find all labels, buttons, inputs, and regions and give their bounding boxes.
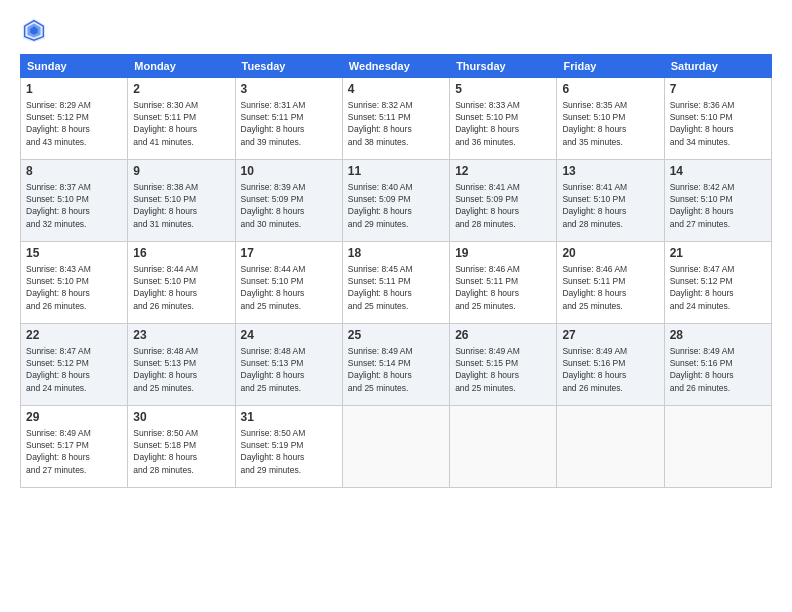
- calendar-week: 15Sunrise: 8:43 AM Sunset: 5:10 PM Dayli…: [21, 242, 772, 324]
- calendar-cell: 21Sunrise: 8:47 AM Sunset: 5:12 PM Dayli…: [664, 242, 771, 324]
- calendar-cell: 9Sunrise: 8:38 AM Sunset: 5:10 PM Daylig…: [128, 160, 235, 242]
- day-number: 5: [455, 81, 551, 98]
- day-number: 22: [26, 327, 122, 344]
- day-number: 10: [241, 163, 337, 180]
- calendar-cell: 4Sunrise: 8:32 AM Sunset: 5:11 PM Daylig…: [342, 78, 449, 160]
- day-number: 2: [133, 81, 229, 98]
- weekday-header: Tuesday: [235, 55, 342, 78]
- calendar-cell: 11Sunrise: 8:40 AM Sunset: 5:09 PM Dayli…: [342, 160, 449, 242]
- calendar-week: 29Sunrise: 8:49 AM Sunset: 5:17 PM Dayli…: [21, 406, 772, 488]
- calendar-cell: 10Sunrise: 8:39 AM Sunset: 5:09 PM Dayli…: [235, 160, 342, 242]
- day-info: Sunrise: 8:43 AM Sunset: 5:10 PM Dayligh…: [26, 263, 122, 312]
- day-info: Sunrise: 8:48 AM Sunset: 5:13 PM Dayligh…: [241, 345, 337, 394]
- logo-icon: [20, 16, 48, 44]
- weekday-header: Saturday: [664, 55, 771, 78]
- weekday-header: Thursday: [450, 55, 557, 78]
- day-number: 6: [562, 81, 658, 98]
- day-info: Sunrise: 8:41 AM Sunset: 5:10 PM Dayligh…: [562, 181, 658, 230]
- day-number: 17: [241, 245, 337, 262]
- calendar-cell: 18Sunrise: 8:45 AM Sunset: 5:11 PM Dayli…: [342, 242, 449, 324]
- calendar-cell: 25Sunrise: 8:49 AM Sunset: 5:14 PM Dayli…: [342, 324, 449, 406]
- day-info: Sunrise: 8:48 AM Sunset: 5:13 PM Dayligh…: [133, 345, 229, 394]
- calendar-week: 22Sunrise: 8:47 AM Sunset: 5:12 PM Dayli…: [21, 324, 772, 406]
- day-number: 26: [455, 327, 551, 344]
- calendar-cell: 16Sunrise: 8:44 AM Sunset: 5:10 PM Dayli…: [128, 242, 235, 324]
- day-info: Sunrise: 8:44 AM Sunset: 5:10 PM Dayligh…: [133, 263, 229, 312]
- calendar-cell: 23Sunrise: 8:48 AM Sunset: 5:13 PM Dayli…: [128, 324, 235, 406]
- day-info: Sunrise: 8:45 AM Sunset: 5:11 PM Dayligh…: [348, 263, 444, 312]
- calendar-cell: [557, 406, 664, 488]
- day-number: 7: [670, 81, 766, 98]
- day-info: Sunrise: 8:49 AM Sunset: 5:15 PM Dayligh…: [455, 345, 551, 394]
- calendar-cell: 26Sunrise: 8:49 AM Sunset: 5:15 PM Dayli…: [450, 324, 557, 406]
- weekday-header: Monday: [128, 55, 235, 78]
- calendar-cell: [664, 406, 771, 488]
- day-number: 11: [348, 163, 444, 180]
- day-info: Sunrise: 8:42 AM Sunset: 5:10 PM Dayligh…: [670, 181, 766, 230]
- day-info: Sunrise: 8:37 AM Sunset: 5:10 PM Dayligh…: [26, 181, 122, 230]
- day-info: Sunrise: 8:50 AM Sunset: 5:19 PM Dayligh…: [241, 427, 337, 476]
- day-info: Sunrise: 8:47 AM Sunset: 5:12 PM Dayligh…: [670, 263, 766, 312]
- day-number: 29: [26, 409, 122, 426]
- day-number: 1: [26, 81, 122, 98]
- calendar-cell: 14Sunrise: 8:42 AM Sunset: 5:10 PM Dayli…: [664, 160, 771, 242]
- calendar-cell: 31Sunrise: 8:50 AM Sunset: 5:19 PM Dayli…: [235, 406, 342, 488]
- calendar-week: 8Sunrise: 8:37 AM Sunset: 5:10 PM Daylig…: [21, 160, 772, 242]
- day-info: Sunrise: 8:49 AM Sunset: 5:16 PM Dayligh…: [562, 345, 658, 394]
- calendar-cell: 22Sunrise: 8:47 AM Sunset: 5:12 PM Dayli…: [21, 324, 128, 406]
- calendar-cell: 6Sunrise: 8:35 AM Sunset: 5:10 PM Daylig…: [557, 78, 664, 160]
- calendar-cell: 19Sunrise: 8:46 AM Sunset: 5:11 PM Dayli…: [450, 242, 557, 324]
- calendar-cell: [450, 406, 557, 488]
- day-info: Sunrise: 8:41 AM Sunset: 5:09 PM Dayligh…: [455, 181, 551, 230]
- day-number: 14: [670, 163, 766, 180]
- day-number: 27: [562, 327, 658, 344]
- day-number: 18: [348, 245, 444, 262]
- day-info: Sunrise: 8:38 AM Sunset: 5:10 PM Dayligh…: [133, 181, 229, 230]
- header-row: SundayMondayTuesdayWednesdayThursdayFrid…: [21, 55, 772, 78]
- day-number: 19: [455, 245, 551, 262]
- calendar-cell: 8Sunrise: 8:37 AM Sunset: 5:10 PM Daylig…: [21, 160, 128, 242]
- day-number: 23: [133, 327, 229, 344]
- day-number: 16: [133, 245, 229, 262]
- calendar-cell: 28Sunrise: 8:49 AM Sunset: 5:16 PM Dayli…: [664, 324, 771, 406]
- calendar-cell: 17Sunrise: 8:44 AM Sunset: 5:10 PM Dayli…: [235, 242, 342, 324]
- day-number: 25: [348, 327, 444, 344]
- day-info: Sunrise: 8:44 AM Sunset: 5:10 PM Dayligh…: [241, 263, 337, 312]
- day-number: 15: [26, 245, 122, 262]
- day-number: 9: [133, 163, 229, 180]
- day-info: Sunrise: 8:49 AM Sunset: 5:16 PM Dayligh…: [670, 345, 766, 394]
- day-info: Sunrise: 8:31 AM Sunset: 5:11 PM Dayligh…: [241, 99, 337, 148]
- calendar-cell: 7Sunrise: 8:36 AM Sunset: 5:10 PM Daylig…: [664, 78, 771, 160]
- logo: [20, 16, 50, 44]
- day-info: Sunrise: 8:39 AM Sunset: 5:09 PM Dayligh…: [241, 181, 337, 230]
- calendar-week: 1Sunrise: 8:29 AM Sunset: 5:12 PM Daylig…: [21, 78, 772, 160]
- calendar-table: SundayMondayTuesdayWednesdayThursdayFrid…: [20, 54, 772, 488]
- day-number: 21: [670, 245, 766, 262]
- calendar-cell: 27Sunrise: 8:49 AM Sunset: 5:16 PM Dayli…: [557, 324, 664, 406]
- page: SundayMondayTuesdayWednesdayThursdayFrid…: [0, 0, 792, 612]
- calendar-cell: 24Sunrise: 8:48 AM Sunset: 5:13 PM Dayli…: [235, 324, 342, 406]
- day-number: 13: [562, 163, 658, 180]
- day-number: 3: [241, 81, 337, 98]
- day-number: 24: [241, 327, 337, 344]
- day-number: 4: [348, 81, 444, 98]
- day-number: 8: [26, 163, 122, 180]
- day-info: Sunrise: 8:36 AM Sunset: 5:10 PM Dayligh…: [670, 99, 766, 148]
- day-info: Sunrise: 8:32 AM Sunset: 5:11 PM Dayligh…: [348, 99, 444, 148]
- calendar-cell: [342, 406, 449, 488]
- day-info: Sunrise: 8:47 AM Sunset: 5:12 PM Dayligh…: [26, 345, 122, 394]
- calendar-cell: 1Sunrise: 8:29 AM Sunset: 5:12 PM Daylig…: [21, 78, 128, 160]
- weekday-header: Sunday: [21, 55, 128, 78]
- calendar-cell: 2Sunrise: 8:30 AM Sunset: 5:11 PM Daylig…: [128, 78, 235, 160]
- calendar-cell: 29Sunrise: 8:49 AM Sunset: 5:17 PM Dayli…: [21, 406, 128, 488]
- day-info: Sunrise: 8:50 AM Sunset: 5:18 PM Dayligh…: [133, 427, 229, 476]
- day-info: Sunrise: 8:46 AM Sunset: 5:11 PM Dayligh…: [562, 263, 658, 312]
- day-info: Sunrise: 8:40 AM Sunset: 5:09 PM Dayligh…: [348, 181, 444, 230]
- day-info: Sunrise: 8:29 AM Sunset: 5:12 PM Dayligh…: [26, 99, 122, 148]
- day-number: 31: [241, 409, 337, 426]
- calendar-cell: 20Sunrise: 8:46 AM Sunset: 5:11 PM Dayli…: [557, 242, 664, 324]
- day-info: Sunrise: 8:35 AM Sunset: 5:10 PM Dayligh…: [562, 99, 658, 148]
- header: [20, 16, 772, 44]
- day-number: 12: [455, 163, 551, 180]
- day-number: 30: [133, 409, 229, 426]
